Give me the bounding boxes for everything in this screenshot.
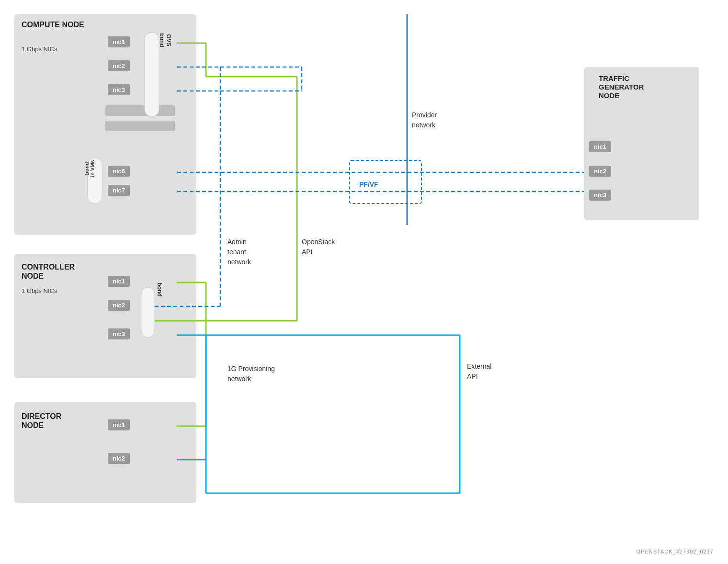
- traffic-nic1: nic1: [589, 141, 611, 152]
- director-nic2: nic2: [108, 453, 130, 464]
- bond-in-vms-label: bondin VMs: [84, 147, 95, 190]
- controller-nic3: nic3: [108, 328, 130, 339]
- compute-nic3: nic3: [108, 84, 130, 95]
- openstack-api-label: OpenStackAPI: [302, 237, 335, 257]
- controller-bond-label: bond: [156, 273, 163, 306]
- admin-tenant-label: Admintenantnetwork: [228, 237, 251, 267]
- director-nic1: nic1: [108, 419, 130, 430]
- compute-nic2: nic2: [108, 60, 130, 71]
- provider-network-label: Providernetwork: [412, 110, 437, 130]
- traffic-nic3: nic3: [589, 190, 611, 201]
- traffic-nic2: nic2: [589, 166, 611, 177]
- diagram-container: COMPUTE NODE 1 Gbps NICs nic1 nic2 nic3 …: [0, 0, 728, 564]
- controller-nic1: nic1: [108, 276, 130, 287]
- controller-nic2: nic2: [108, 300, 130, 311]
- svg-rect-0: [105, 105, 175, 116]
- compute-subtitle: 1 Gbps NICs: [22, 45, 57, 53]
- svg-rect-2: [145, 33, 159, 116]
- compute-nic6: nic6: [108, 166, 130, 177]
- pf-vf-label: PF/VF: [359, 180, 378, 190]
- compute-nic1: nic1: [108, 36, 130, 47]
- compute-node-title: COMPUTE NODE: [22, 20, 98, 29]
- controller-node-title: CONTROLLERNODE: [22, 262, 98, 281]
- svg-rect-1: [105, 121, 175, 131]
- controller-subtitle: 1 Gbps NICs: [22, 287, 57, 294]
- provisioning-label: 1G Provisioningnetwork: [228, 364, 275, 384]
- svg-rect-5: [141, 287, 155, 338]
- compute-nic7: nic7: [108, 185, 130, 196]
- external-api-label: ExternalAPI: [467, 361, 491, 382]
- director-node-title: DIRECTORNODE: [22, 412, 98, 430]
- footer-text: OPENSTACK_427302_0217: [637, 549, 714, 554]
- ovs-bond-label: OVSbond: [159, 21, 172, 59]
- traffic-gen-title: TRAFFICGENERATORNODE: [599, 74, 685, 100]
